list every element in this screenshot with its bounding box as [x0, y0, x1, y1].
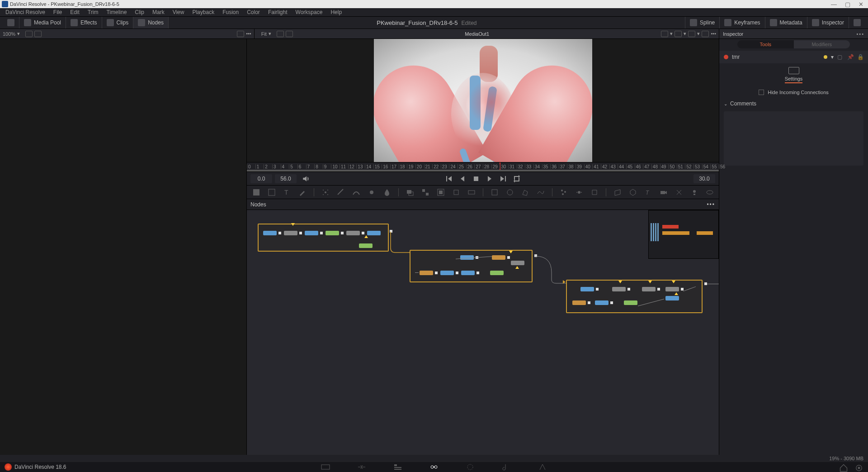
- color-page-icon[interactable]: [466, 463, 475, 471]
- play-button[interactable]: [486, 175, 493, 182]
- menu-item[interactable]: Fusion: [219, 9, 242, 15]
- menu-item[interactable]: Edit: [66, 9, 83, 15]
- chevron-down-icon[interactable]: [7, 19, 14, 26]
- node[interactable]: [580, 287, 594, 291]
- node[interactable]: [665, 296, 679, 300]
- fastnoise-tool-icon[interactable]: [268, 188, 276, 196]
- node[interactable]: [367, 231, 381, 235]
- light-tool-icon[interactable]: [690, 188, 698, 196]
- options-icon[interactable]: •••: [711, 31, 716, 37]
- node-graph[interactable]: [247, 210, 719, 462]
- effects-button[interactable]: Effects: [66, 17, 102, 29]
- mediapool-button[interactable]: Media Pool: [19, 17, 66, 29]
- text3d-tool-icon[interactable]: T: [644, 188, 652, 196]
- media-page-icon[interactable]: [321, 463, 330, 471]
- deliver-page-icon[interactable]: [538, 463, 547, 471]
- view-icon[interactable]: [286, 31, 293, 37]
- node[interactable]: [346, 231, 360, 235]
- node-navigator[interactable]: [648, 210, 719, 259]
- options-icon[interactable]: •••: [246, 31, 251, 37]
- particles-tool-icon[interactable]: [560, 188, 568, 196]
- node[interactable]: [461, 271, 475, 275]
- colorcorrect-tool-icon[interactable]: [337, 188, 345, 196]
- first-frame-button[interactable]: [445, 175, 453, 182]
- blur-tool-icon[interactable]: [383, 188, 391, 196]
- keyframe-icon[interactable]: [824, 55, 827, 59]
- current-timecode[interactable]: 30.0: [693, 174, 715, 183]
- tracker-tool-icon[interactable]: [321, 188, 330, 196]
- node-group[interactable]: [410, 250, 533, 282]
- inspector-button[interactable]: Inspector: [807, 17, 849, 29]
- end-timecode[interactable]: 56.0: [275, 174, 297, 183]
- imageplane-tool-icon[interactable]: [613, 188, 622, 196]
- versions-icon[interactable]: ▢: [837, 54, 844, 60]
- fairlight-page-icon[interactable]: [502, 463, 511, 471]
- view-icon[interactable]: [661, 31, 668, 37]
- menu-item[interactable]: File: [50, 9, 66, 15]
- left-viewer[interactable]: [0, 39, 247, 462]
- curve-tool-icon[interactable]: [352, 188, 360, 196]
- hide-connections-row[interactable]: Hide Incoming Connections: [719, 87, 868, 98]
- expand-icon[interactable]: [854, 19, 861, 26]
- view-icon[interactable]: [277, 31, 284, 37]
- right-viewer[interactable]: [247, 39, 719, 162]
- tab-modifiers[interactable]: Modifiers: [794, 40, 850, 48]
- node[interactable]: [263, 231, 277, 235]
- menu-item[interactable]: View: [169, 9, 188, 15]
- view-icon[interactable]: [702, 31, 709, 37]
- matte-tool-icon[interactable]: [437, 188, 445, 196]
- channelbool-tool-icon[interactable]: [421, 188, 429, 196]
- node-group[interactable]: [566, 280, 703, 313]
- menu-item[interactable]: Playback: [189, 9, 218, 15]
- node[interactable]: [624, 300, 637, 305]
- node[interactable]: [612, 287, 626, 291]
- node[interactable]: [492, 255, 505, 260]
- nodes-button[interactable]: Nodes: [133, 17, 169, 29]
- view-icon[interactable]: [25, 31, 33, 37]
- options-icon[interactable]: •••: [856, 31, 864, 37]
- checkbox[interactable]: [759, 90, 764, 95]
- clips-button[interactable]: Clips: [102, 17, 134, 29]
- menu-item[interactable]: Fairlight: [264, 9, 291, 15]
- keyframes-button[interactable]: Keyframes: [719, 17, 764, 29]
- spline-button[interactable]: Spline: [685, 17, 719, 29]
- pEmitter-tool-icon[interactable]: [575, 188, 583, 196]
- menu-item[interactable]: Mark: [149, 9, 168, 15]
- background-tool-icon[interactable]: [252, 188, 260, 196]
- node[interactable]: [305, 231, 318, 235]
- left-zoom[interactable]: 100%▾: [0, 31, 23, 37]
- merge-tool-icon[interactable]: [406, 188, 414, 196]
- fusion-page-icon[interactable]: [429, 463, 439, 471]
- play-reverse-button[interactable]: [459, 175, 466, 182]
- cut-page-icon[interactable]: [357, 463, 366, 471]
- view-icon[interactable]: [237, 31, 244, 37]
- view-icon[interactable]: [688, 31, 695, 37]
- view-icon[interactable]: [34, 31, 42, 37]
- pin-icon[interactable]: 📌: [847, 54, 854, 60]
- loop-button[interactable]: [513, 175, 520, 182]
- inspector-settings-tab[interactable]: Settings: [719, 63, 868, 87]
- comments-section[interactable]: ⌄ Comments: [719, 98, 868, 110]
- home-icon[interactable]: [839, 463, 848, 471]
- node[interactable]: [665, 287, 679, 291]
- menu-item[interactable]: Color: [243, 9, 264, 15]
- text-tool-icon[interactable]: T: [283, 188, 291, 196]
- shape3d-tool-icon[interactable]: [629, 188, 637, 196]
- options-icon[interactable]: •••: [707, 201, 715, 208]
- maximize-button[interactable]: ▢: [845, 1, 850, 8]
- node[interactable]: [440, 271, 454, 275]
- menu-item[interactable]: Timeline: [103, 9, 130, 15]
- view-icon[interactable]: [675, 31, 682, 37]
- node[interactable]: [284, 231, 297, 235]
- close-button[interactable]: ✕: [859, 1, 863, 8]
- fit-dropdown[interactable]: Fit▾: [259, 31, 274, 37]
- bspline-mask-icon[interactable]: [537, 188, 545, 196]
- lock-icon[interactable]: 🔒: [857, 54, 863, 60]
- node[interactable]: [572, 300, 586, 305]
- last-frame-button[interactable]: [500, 175, 507, 182]
- paint-tool-icon[interactable]: [298, 188, 307, 196]
- transform-tool-icon[interactable]: [452, 188, 460, 196]
- node[interactable]: [326, 231, 339, 235]
- start-timecode[interactable]: 0.0: [250, 174, 272, 183]
- metadata-button[interactable]: Metadata: [765, 17, 807, 29]
